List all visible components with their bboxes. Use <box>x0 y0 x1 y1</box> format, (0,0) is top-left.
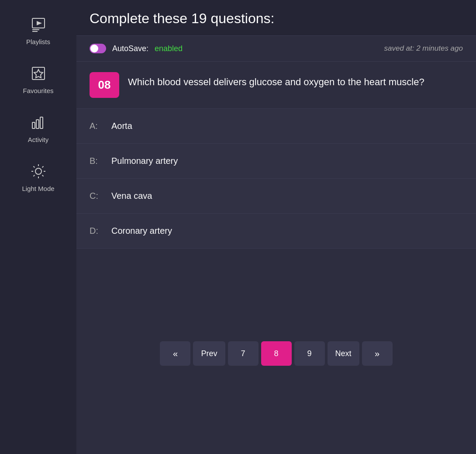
question-block: 08 Which blood vessel delivers glucose a… <box>76 62 476 109</box>
sidebar-item-favourites[interactable]: Favourites <box>0 58 76 102</box>
first-page-button[interactable]: « <box>160 341 190 366</box>
page-title: Complete these 19 questions: <box>90 10 463 27</box>
answer-label-d: D: <box>90 226 103 236</box>
autosave-left: AutoSave: enabled <box>90 44 183 53</box>
prev-page-button[interactable]: Prev <box>193 341 225 366</box>
answer-label-c: C: <box>90 191 103 201</box>
autosave-status: enabled <box>155 44 183 53</box>
saved-timestamp: saved at: 2 minutes ago <box>384 44 463 53</box>
answer-text-c: Vena cava <box>111 191 152 201</box>
svg-line-16 <box>42 166 43 168</box>
svg-marker-1 <box>37 21 42 25</box>
answer-label-b: B: <box>90 156 103 166</box>
svg-rect-6 <box>32 122 35 128</box>
main-content: Complete these 19 questions: AutoSave: e… <box>76 0 476 454</box>
pagination-area: « Prev 7 8 9 Next » <box>76 249 476 454</box>
next-page-button[interactable]: Next <box>328 341 359 366</box>
sidebar-item-activity[interactable]: Activity <box>0 107 76 151</box>
answer-option-c[interactable]: C: Vena cava <box>76 179 476 214</box>
autosave-bar: AutoSave: enabled saved at: 2 minutes ag… <box>76 36 476 62</box>
autosave-label: AutoSave: <box>112 44 148 53</box>
svg-line-17 <box>33 175 34 177</box>
svg-point-9 <box>35 168 41 174</box>
answer-option-a[interactable]: A: Aorta <box>76 109 476 144</box>
answer-option-b[interactable]: B: Pulmonary artery <box>76 144 476 179</box>
sidebar: Playlists Favourites Activity <box>0 0 76 454</box>
answer-text-a: Aorta <box>111 121 132 131</box>
question-text: Which blood vessel delivers glucose and … <box>128 72 424 89</box>
favourites-icon <box>31 66 46 83</box>
answer-text-b: Pulmonary artery <box>111 156 178 166</box>
page-8-button[interactable]: 8 <box>261 341 292 366</box>
page-7-button[interactable]: 7 <box>228 341 259 366</box>
question-number: 08 <box>90 72 119 98</box>
autosave-toggle[interactable] <box>90 44 106 53</box>
answer-option-d[interactable]: D: Coronary artery <box>76 214 476 249</box>
answer-text-d: Coronary artery <box>111 226 172 236</box>
activity-icon <box>31 114 46 132</box>
pagination: « Prev 7 8 9 Next » <box>160 341 392 366</box>
last-page-button[interactable]: » <box>362 341 393 366</box>
playlists-icon <box>31 17 46 35</box>
sidebar-playlists-label: Playlists <box>26 38 50 45</box>
svg-line-14 <box>33 166 34 168</box>
svg-rect-7 <box>36 120 39 128</box>
sidebar-light-mode-label: Light Mode <box>22 185 54 192</box>
svg-rect-8 <box>40 117 43 128</box>
page-header: Complete these 19 questions: <box>76 0 476 36</box>
sidebar-activity-label: Activity <box>28 136 49 143</box>
light-mode-icon <box>31 163 46 181</box>
sidebar-item-playlists[interactable]: Playlists <box>0 9 76 53</box>
svg-marker-5 <box>34 69 43 78</box>
answer-label-a: A: <box>90 121 103 131</box>
sidebar-item-light-mode[interactable]: Light Mode <box>0 156 76 200</box>
page-9-button[interactable]: 9 <box>294 341 325 366</box>
toggle-knob <box>90 45 98 52</box>
svg-line-15 <box>42 175 43 177</box>
sidebar-favourites-label: Favourites <box>23 87 53 94</box>
